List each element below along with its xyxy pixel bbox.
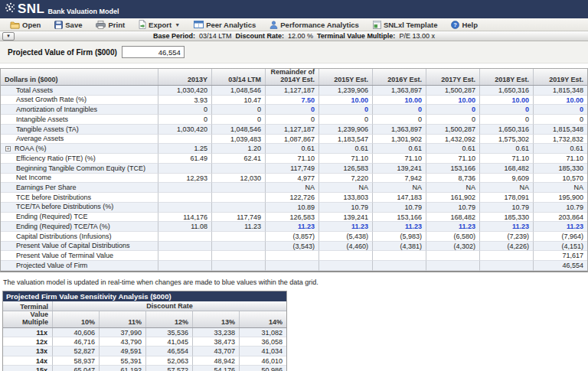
sensitivity-table: Projected Firm Value Sensitivity Analysi… [2,291,287,371]
grid-cell: 153,166 [426,164,480,174]
discount-rate-label: Discount Rate: [235,32,284,40]
grid-editable-cell[interactable]: 10.00 [319,96,373,106]
grid-cell: 1.20 [212,144,266,154]
sensitivity-cell: 41,034 [240,347,286,356]
discount-rate-group-header: Discount Rate [53,301,286,311]
grid-cell: 1,239,906 [319,86,373,96]
snlxl-template-label: SNLxl Template [384,21,438,29]
grid-editable-cell[interactable]: 10.00 [373,96,426,106]
printer-icon [96,21,106,29]
sensitivity-row-label: 13x [3,347,53,356]
grid-cell: 71.10 [480,154,534,164]
grid-cell: 1,363,897 [373,86,426,96]
grid-cell [212,183,266,193]
grid-row-label: Ending (Required) TCE [1,213,158,223]
export-button[interactable]: Export ▼ [132,18,187,31]
export-dropdown-caret-icon[interactable]: ▼ [175,22,180,28]
grid-cell: 9,609 [480,174,534,184]
grid-editable-cell[interactable]: 11.23 [480,222,534,232]
grid-cell: 1,030,420 [158,125,212,135]
grid-row: Ending (Required) TCE114,176117,749126,5… [1,213,587,223]
grid-row: Intangible Assets00000000 [1,115,587,125]
help-label: Help [462,21,478,29]
sensitivity-cell: 43,707 [193,347,240,356]
grid-cell: 1,650,316 [480,125,534,135]
grid-cell: 0.61 [373,144,426,154]
snlxl-template-icon [373,21,381,29]
valuation-grid: Dollars in ($000)2013Y03/14 LTMRemainder… [0,68,588,272]
grid-cell: 1,030,420 [158,86,212,96]
help-button[interactable]: ? Help [444,18,485,31]
grid-row-label: TCE/TA before Distributions (%) [1,203,158,213]
peer-analytics-button[interactable]: Peer Analytics [187,18,263,31]
grid-cell: 1.25 [158,144,212,154]
grid-row-label: Amortization of Intangibles [1,105,158,115]
grid-cell [158,242,212,252]
grid-editable-cell[interactable]: 0 [373,105,426,115]
grid-cell: 12,293 [158,174,212,184]
grid-editable-cell[interactable]: 10.00 [480,96,534,106]
grid-cell: NA [373,183,426,193]
grid-cell: (5,983) [373,232,426,242]
svg-text:?: ? [454,21,458,28]
grid-cell: 122,726 [266,193,319,203]
grid-cell: (6,580) [426,232,480,242]
projected-value-input[interactable] [122,46,185,58]
grid-editable-cell[interactable]: 10.00 [426,96,480,106]
grid-cell: NA [534,183,587,193]
grid-editable-cell[interactable]: 11.23 [534,222,587,232]
sensitivity-cell: 43,790 [100,337,146,347]
app-title: Bank Valuation Model [48,8,119,15]
grid-editable-cell[interactable]: 0 [426,105,480,115]
grid-note: The valuation model is updated in real-t… [3,278,588,286]
sensitivity-row-label: 12x [3,337,53,347]
discount-rate-value: 12.00 % [288,32,313,40]
grid-cell: 0.61 [534,144,587,154]
save-button[interactable]: Save [47,18,89,31]
grid-cell: 147,183 [373,193,426,203]
performance-analytics-button[interactable]: Performance Analytics [263,18,366,31]
grid-cell [373,261,426,271]
grid-cell: 71.10 [319,154,373,164]
print-button[interactable]: Print [89,18,132,31]
grid-row-label: Present Value of Terminal Value [1,251,158,261]
grid-row-label: Intangible Assets [1,115,158,125]
grid-cell [373,251,426,261]
grid-row-label: Beginning Tangible Common Equity (TCE) [1,164,158,174]
sensitivity-cell: 41,045 [146,337,193,347]
sensitivity-cell: 46,716 [53,337,100,347]
grid-cell: NA [426,183,480,193]
grid-editable-cell[interactable]: 0 [266,105,319,115]
grid-editable-cell[interactable]: 11.23 [373,222,426,232]
grid-editable-cell[interactable]: 0 [534,105,587,115]
grid-cell: 7,942 [373,174,426,184]
grid-editable-cell[interactable]: 11.23 [319,222,373,232]
snl-dots-logo-icon [5,2,16,17]
grid-editable-cell[interactable]: 11.23 [426,222,480,232]
open-button[interactable]: Open [3,18,47,31]
grid-cell: 12,030 [212,174,266,184]
grid-row-label: Efficiency Ratio (FTE) (%) [1,154,158,164]
grid-cell [158,251,212,261]
grid-cell: 1,183,547 [319,135,373,145]
export-file-icon [139,20,146,29]
grid-editable-cell[interactable]: 0 [480,105,534,115]
base-period-value: 03/14 LTM [199,32,231,40]
grid-cell: 10.79 [534,203,587,213]
grid-editable-cell[interactable]: 7.50 [266,96,319,106]
collapse-dropdown-button[interactable]: ▼ [2,32,15,41]
grid-cell: 1,732,832 [534,135,587,145]
grid-row-label: Projected Value of Firm [1,261,158,271]
grid-cell: 185,330 [480,213,534,223]
projected-value-panel: Projected Value of Firm ($000) [0,41,588,63]
grid-cell: 1,127,187 [266,125,319,135]
snlxl-template-button[interactable]: SNLxl Template [366,18,445,31]
grid-editable-cell[interactable]: 11.23 [266,222,319,232]
expand-icon[interactable]: + [5,146,11,151]
grid-editable-cell[interactable]: 10.00 [534,96,587,106]
grid-cell [212,242,266,252]
grid-editable-cell[interactable]: 0 [319,105,373,115]
grid-cell: 117,749 [266,164,319,174]
grid-cell: (4,226) [480,242,534,252]
grid-cell: (4,151) [534,242,587,252]
